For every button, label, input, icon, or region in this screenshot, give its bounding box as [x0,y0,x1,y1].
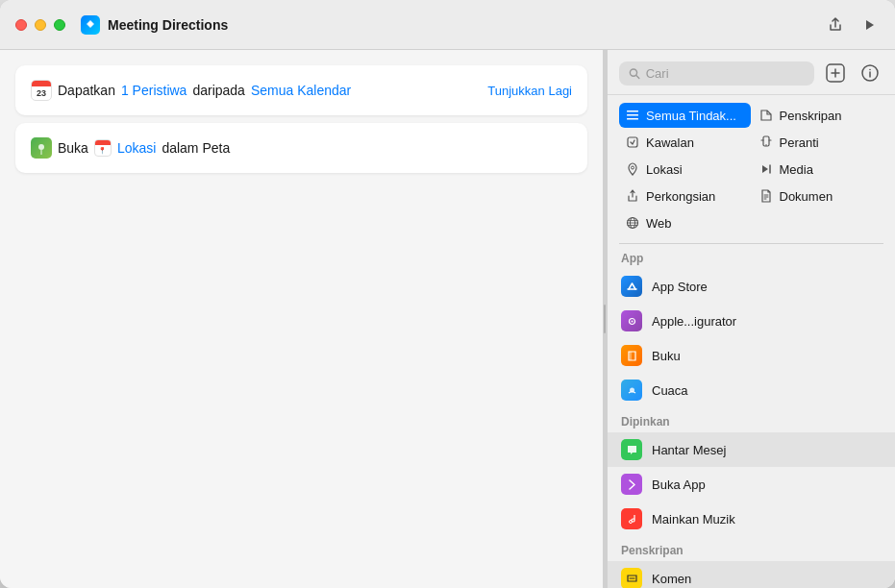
maps-icon [31,137,52,159]
svg-rect-6 [627,110,638,112]
play-button[interactable] [860,15,880,35]
appstore-label: App Store [652,280,708,294]
right-panel-header [608,50,895,95]
calendar-action-content: 23 Dapatkan 1 Peristiwa daripada Semua K… [31,80,487,101]
dokumen-icon [758,188,774,204]
cat-lokasi-label: Lokasi [646,162,683,177]
cat-perkongsian[interactable]: Perkongsian [619,184,751,208]
hantar-mesej-icon [621,439,642,460]
search-icon [629,67,640,80]
svg-rect-9 [628,137,637,147]
kawalan-icon [625,135,640,150]
cat-media[interactable]: Media [753,157,884,182]
close-button[interactable] [15,19,27,31]
action-appstore[interactable]: App Store [608,269,895,304]
perkongsian-icon [625,188,640,204]
komen-icon [621,568,642,588]
buka-app-label: Buka App [652,478,706,492]
share-button[interactable] [826,15,845,35]
cat-peranti[interactable]: Peranti [753,130,884,155]
action-buku[interactable]: Buku [608,338,895,373]
row2-location[interactable]: Lokasi [117,140,156,156]
buku-icon [621,345,642,366]
cat-dokumen[interactable]: Dokumen [753,184,884,208]
media-icon [758,161,774,177]
cat-kawalan-label: Kawalan [646,135,694,150]
svg-point-5 [869,69,871,71]
svg-point-18 [629,520,632,523]
svg-point-11 [765,144,767,146]
app-section-label: App [608,244,895,269]
row2-suffix: dalam Peta [162,140,230,156]
list-icon [625,108,640,123]
cat-web[interactable]: Web [619,210,751,235]
search-bar[interactable] [619,61,814,86]
search-input[interactable] [646,66,805,81]
hantar-mesej-label: Hantar Mesej [652,443,726,457]
lokasi-icon [625,161,640,177]
appleconfig-icon [621,310,642,331]
cat-penskripan[interactable]: Penskripan [753,103,884,128]
action-appleconfigurator[interactable]: Apple...igurator [608,304,895,338]
mainkan-muzik-label: Mainkan Muzik [652,512,735,527]
appleconfigurator-label: Apple...igurator [652,314,736,329]
row1-calendar-name[interactable]: Semua Kalendar [251,83,351,98]
show-again-button[interactable]: Tunjukkan Lagi [487,84,572,98]
add-action-button[interactable] [822,60,849,86]
mainkan-muzik-icon [621,508,642,529]
app-icon [81,15,100,35]
buku-label: Buku [652,349,681,363]
location-calendar-icon: 📍 [94,139,112,157]
svg-point-2 [630,68,636,75]
maps-action-row[interactable]: Buka 📍 Lokasi dalam Peta [15,123,587,173]
komen-label: Komen [652,572,691,586]
peranti-icon [758,135,774,150]
svg-point-0 [88,22,92,26]
dipinkan-section-label: Dipinkan [608,407,895,432]
calendar-action-row[interactable]: 23 Dapatkan 1 Peristiwa daripada Semua K… [15,65,587,115]
buka-app-icon [621,474,642,495]
action-buka-app[interactable]: Buka App [608,467,895,502]
appstore-icon [621,276,642,297]
action-mainkan-muzik[interactable]: Mainkan Muzik [608,502,895,536]
svg-rect-8 [627,118,638,120]
web-icon [625,215,640,231]
cat-media-label: Media [780,162,813,177]
action-cuaca[interactable]: Cuaca [608,373,895,407]
cat-perkongsian-label: Perkongsian [646,189,715,204]
main-window: Meeting Directions 2 [0,0,895,588]
titlebar-actions [826,15,880,35]
right-panel: Semua Tindak... Penskripan [607,50,895,588]
minimize-button[interactable] [35,19,46,31]
cat-semua[interactable]: Semua Tindak... [619,103,751,128]
info-button[interactable] [857,60,883,86]
maps-action-content: Buka 📍 Lokasi dalam Peta [31,137,572,159]
cuaca-icon [621,380,642,401]
penskripan-icon [758,108,774,123]
cuaca-label: Cuaca [652,383,688,398]
cat-lokasi[interactable]: Lokasi [619,157,751,182]
traffic-lights [15,19,65,31]
penskripan-section-label: Penskripan [608,536,895,561]
cat-kawalan[interactable]: Kawalan [619,130,751,155]
svg-point-1 [38,144,44,150]
titlebar: Meeting Directions [0,0,895,50]
left-panel: 23 Dapatkan 1 Peristiwa daripada Semua K… [0,50,603,588]
row1-event-count[interactable]: 1 Peristiwa [121,83,186,98]
title-area: Meeting Directions [81,15,826,35]
right-panel-scroll[interactable]: App App Store [608,244,895,588]
cat-semua-label: Semua Tindak... [646,109,736,123]
main-content: 23 Dapatkan 1 Peristiwa daripada Semua K… [0,50,895,588]
row1-middle: daripada [192,83,245,98]
category-grid: Semua Tindak... Penskripan [608,95,895,243]
row2-prefix: Buka [58,140,88,156]
action-komen[interactable]: Komen [608,561,895,588]
cat-dokumen-label: Dokumen [780,189,833,204]
cal-date: 23 [32,86,51,100]
action-hantar-mesej[interactable]: Hantar Mesej [608,432,895,467]
row1-prefix: Dapatkan [58,83,115,98]
cat-peranti-label: Peranti [780,135,819,150]
cat-web-label: Web [646,216,672,231]
cat-penskripan-label: Penskripan [780,109,842,123]
maximize-button[interactable] [54,19,65,31]
